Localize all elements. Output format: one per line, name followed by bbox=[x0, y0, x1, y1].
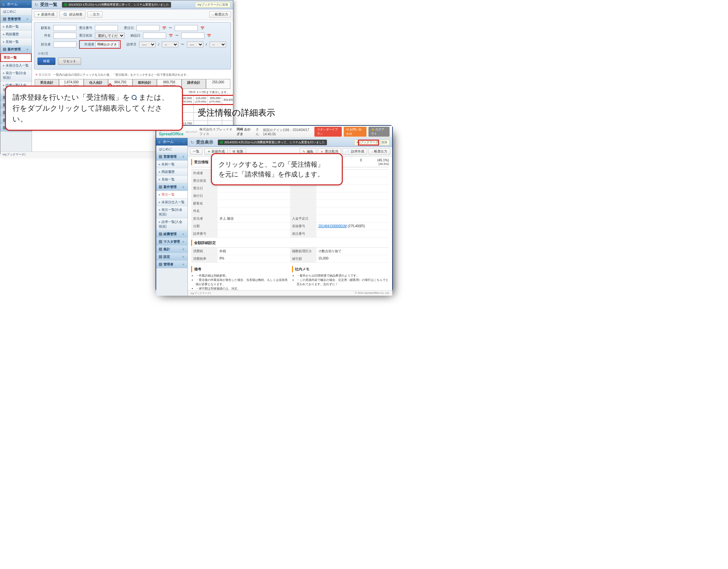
creator-input[interactable] bbox=[96, 42, 119, 47]
page-title: 受注表示 bbox=[196, 139, 213, 145]
billmonth-y2[interactable]: ---- bbox=[187, 42, 203, 47]
sidebar: ホーム＋ はじめに営業管理＋▸ 名刺一覧▸ 商談履歴▸ 見積一覧案件管理＋受注一… bbox=[0, 0, 32, 154]
sidebar-item[interactable]: ▸ 発注一覧(出金状況) bbox=[156, 206, 188, 218]
remark-item: ・作業詳細は別紙参照。 bbox=[196, 274, 288, 278]
status-select[interactable]: 選択してください ▼ bbox=[95, 33, 125, 39]
sidebar-item[interactable]: ▸ 名刺一覧 bbox=[0, 23, 32, 31]
new-button[interactable]: ＋新規作成 bbox=[34, 11, 57, 18]
sidebar-item[interactable]: 経費管理＋ bbox=[156, 231, 188, 238]
home-icon bbox=[2, 2, 6, 6]
billmonth-m1[interactable]: -- bbox=[162, 42, 178, 47]
sidebar-home[interactable]: ホーム＋ bbox=[0, 0, 32, 8]
sidebar-item[interactable]: ▸ 未発注仕入一覧 bbox=[0, 62, 32, 70]
sidebar-item[interactable]: 管理者＋ bbox=[156, 261, 188, 269]
detail-heading: 受注情報の詳細表示 bbox=[198, 107, 275, 119]
delivdate-label: 納品日 bbox=[127, 33, 140, 38]
app-header: ⬣ SpreadOffice Ver.3.5.07 株式会社スプレッドオフィス … bbox=[156, 126, 392, 138]
contact-button[interactable]: ✉ お問い合わせ bbox=[344, 127, 366, 137]
plan-badge: スタンダードプラン bbox=[314, 127, 342, 137]
orderdate-label: 受注日 bbox=[191, 185, 218, 192]
search-button[interactable]: 検索 bbox=[38, 58, 55, 65]
toolbar: ＋新規作成 絞込検索 ↓出力 ↓帳票出力 bbox=[32, 9, 233, 20]
subject-label: 件名 bbox=[191, 208, 218, 215]
sidebar-item[interactable]: ▸ 見積一覧 bbox=[0, 38, 32, 46]
sidebar-item[interactable]: ▸ 未発注仕入一覧 bbox=[156, 199, 188, 206]
orderno-input[interactable] bbox=[95, 25, 118, 31]
billmonth-m2[interactable]: -- bbox=[210, 42, 226, 47]
sidebar-item[interactable]: ▸ 商談履歴 bbox=[0, 31, 32, 38]
billmonth-label: 請求月 bbox=[123, 42, 136, 47]
reset-button[interactable]: リセット bbox=[58, 58, 81, 65]
delivdate-to[interactable] bbox=[181, 33, 204, 39]
home-icon bbox=[158, 140, 161, 144]
export-button[interactable]: ↓出力 bbox=[87, 11, 102, 18]
filter-button[interactable]: 絞込検索 bbox=[59, 11, 85, 18]
sidebar-item[interactable]: 営業管理＋ bbox=[0, 15, 32, 23]
sidebar-item[interactable]: 案件管理＋ bbox=[0, 46, 32, 53]
tax-value: 外税 bbox=[218, 248, 290, 255]
create-bill-button[interactable]: 請求作成 bbox=[342, 148, 367, 155]
orderdate-to[interactable] bbox=[175, 25, 198, 31]
bookmark-add[interactable]: myブックマークに追加 bbox=[354, 140, 390, 145]
refresh-icon[interactable]: ↻ bbox=[190, 140, 194, 145]
cancel-link[interactable]: 受注取消 bbox=[39, 73, 50, 76]
last-login: 前回ログイン日時：2014/04/17 14:45:55 bbox=[263, 128, 312, 136]
sidebar-item[interactable]: はじめに bbox=[0, 8, 32, 15]
tax-label: 消費税 bbox=[191, 248, 218, 255]
paydue-label: 入金予定日 bbox=[290, 215, 316, 223]
creator-highlight: 作成者 bbox=[79, 40, 121, 49]
sidebar-item[interactable]: 受注一覧 bbox=[0, 53, 32, 62]
page-title: 受注一覧 bbox=[40, 2, 57, 8]
remarks-label: 備考 bbox=[191, 266, 288, 272]
sidebar-item[interactable]: ▸ 名刺一覧 bbox=[156, 161, 188, 168]
sidebar-item[interactable]: 案件管理＋ bbox=[156, 184, 188, 191]
remark-item: ・受注後の作業追加が発生した場合、当見積は無効、もしくは追加見積が必要となります… bbox=[196, 278, 288, 286]
user-name: 岡崎 おかざき bbox=[237, 127, 254, 136]
footer-bookmark[interactable]: myブックマーク⟩ bbox=[190, 291, 211, 295]
sidebar-item[interactable]: 設定＋ bbox=[156, 253, 188, 261]
taxrate-value: 8% bbox=[218, 255, 290, 263]
status-label: 受注状況 bbox=[79, 33, 92, 38]
section-amount: 金額詳細設定 bbox=[191, 240, 389, 246]
creator-label: 作成者 bbox=[81, 42, 94, 47]
sidebar-item[interactable]: ▸ 請求一覧(入金状況) bbox=[156, 218, 188, 231]
system-notice: 2014/3/23 4月1日からの消費税率変更に伴って、システム変更を行いました bbox=[218, 140, 327, 145]
internal-memo-label: 社内メモ bbox=[292, 266, 389, 272]
logout-button[interactable]: 🔒 ログアウト bbox=[368, 127, 390, 137]
list-button[interactable]: 一覧 bbox=[190, 148, 202, 155]
person-input[interactable] bbox=[53, 42, 76, 47]
orderdate-from[interactable] bbox=[136, 25, 160, 31]
estimate-link[interactable]: 20140415000001M bbox=[318, 224, 347, 228]
sidebar-item[interactable]: ▸ 受注一覧 bbox=[156, 191, 188, 199]
sidebar-item[interactable]: ▸ 見積一覧 bbox=[156, 176, 188, 184]
sidebar-item[interactable]: 集計＋ bbox=[156, 246, 188, 253]
discount-label: 値引額 bbox=[290, 255, 316, 263]
sidebar-item[interactable]: マスタ管理＋ bbox=[156, 238, 188, 246]
issuedate-label: 発行日 bbox=[191, 192, 218, 200]
round-label: 端数処理区分 bbox=[290, 248, 316, 255]
customer-label: 顧客名 bbox=[191, 200, 218, 208]
discount-value: 15,000 bbox=[316, 255, 389, 263]
bill-icon bbox=[345, 150, 350, 154]
callout-instruction-1: 請求登録を行いたい「受注情報」をまたは、 行をダブルクリックして詳細表示してくだ… bbox=[5, 86, 183, 131]
search-panel: 顧客名 受注番号 受注日📅〜📅 件名 受注状況選択してください ▼ 納品日📅〜📅… bbox=[34, 22, 231, 70]
sidebar-item[interactable]: 営業管理＋ bbox=[156, 153, 188, 161]
sidebar2-home[interactable]: ホーム＋ bbox=[156, 138, 188, 146]
refresh-icon[interactable]: ↻ bbox=[35, 2, 38, 7]
bookmark-add[interactable]: myブックマークに追加 bbox=[195, 2, 230, 8]
subject-input[interactable] bbox=[53, 33, 76, 39]
billmonth-y1[interactable]: ---- bbox=[139, 42, 156, 47]
memo-row: 備考 ・作業詳細は別紙参照。・受注後の作業追加が発生した場合、当見積は無効、もし… bbox=[191, 264, 389, 290]
sidebar-item[interactable]: ▸ 商談履歴 bbox=[156, 168, 188, 176]
memo-item: ・この見積内容で確定の場合、注文書（顧客用）の発行はこちらでと言われております。… bbox=[297, 278, 389, 286]
customer-input[interactable] bbox=[53, 25, 76, 31]
delivdate-from[interactable] bbox=[143, 33, 166, 39]
report-button[interactable]: ↓帳票出力 bbox=[368, 148, 390, 155]
callout-instruction-2: クリックすると、この「受注情報」を元に「請求情報」を作成します。 bbox=[211, 153, 343, 185]
sidebar-item[interactable]: ▸ 発注一覧(出金状況) bbox=[0, 70, 32, 82]
notice-dot-icon bbox=[64, 3, 67, 6]
sidebar-item[interactable]: はじめに bbox=[156, 146, 188, 153]
report-button[interactable]: ↓帳票出力 bbox=[209, 11, 231, 18]
subject-label: 件名 bbox=[38, 33, 51, 38]
person-value: 井上 隆信 bbox=[218, 215, 290, 223]
